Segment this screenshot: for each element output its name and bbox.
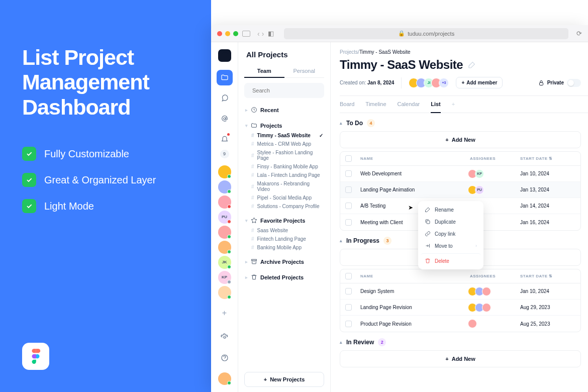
favorite-item[interactable]: #Fintech Landing Page xyxy=(244,235,324,243)
nav-arrows[interactable]: ‹› xyxy=(257,30,264,38)
checkbox[interactable] xyxy=(345,288,352,295)
browser-chrome: ‹› ◧ 🔒 tuduu.com/projects ⟳ xyxy=(211,25,588,42)
section-archive[interactable]: ▸Archive Projects xyxy=(244,256,324,267)
nav-chat-icon[interactable] xyxy=(217,90,233,106)
nav-help-icon[interactable] xyxy=(217,350,233,365)
rail-add-member[interactable]: + xyxy=(218,307,231,320)
cursor-icon: ➤ xyxy=(408,204,413,211)
favorite-item[interactable]: #Banking Mobile App xyxy=(244,243,324,252)
task-row[interactable]: Landing Page AnimationPUJan 13, 2024 xyxy=(340,182,580,198)
rail-avatar[interactable] xyxy=(218,286,231,299)
sidebar-toggle-icon[interactable] xyxy=(242,31,250,37)
ctx-copylink[interactable]: Copy link xyxy=(421,228,481,240)
favorite-item[interactable]: #Saas Website xyxy=(244,226,324,235)
task-assignees[interactable] xyxy=(470,287,520,296)
task-assignees[interactable] xyxy=(470,319,520,328)
breadcrumb[interactable]: Projects/Timmy - SaaS Website xyxy=(340,49,588,55)
project-item[interactable]: #Solutions - Company Profile xyxy=(244,202,324,211)
meta-row: Created on: Jan 8, 2024 JI +3 +Add membe… xyxy=(340,77,588,96)
section-recent[interactable]: ▸Recent xyxy=(244,104,324,116)
add-new-button[interactable]: +Add New xyxy=(340,350,581,367)
folder-icon xyxy=(251,122,257,129)
page-title: Timmy - SaaS Website xyxy=(340,58,463,72)
checkbox[interactable] xyxy=(345,170,352,177)
privacy-toggle[interactable]: Private xyxy=(538,79,581,87)
view-add[interactable]: + xyxy=(452,101,455,113)
icon-rail: 9 PUJKKP + xyxy=(211,42,238,392)
view-board[interactable]: Board xyxy=(340,101,354,113)
add-member-button[interactable]: +Add member xyxy=(456,77,503,88)
checkbox[interactable] xyxy=(345,219,352,226)
project-item[interactable]: #Pipel - Social Media App xyxy=(244,193,324,202)
svg-rect-8 xyxy=(539,82,543,85)
nav-notifications-icon[interactable] xyxy=(217,131,233,147)
checkbox[interactable] xyxy=(345,186,352,193)
section-header[interactable]: ▴To Do4 xyxy=(340,119,588,127)
rail-avatar[interactable] xyxy=(218,180,231,193)
tab-personal[interactable]: Personal xyxy=(284,65,325,77)
tab-team[interactable]: Team xyxy=(244,65,284,78)
task-row[interactable]: Web DevelopmentKPJan 10, 2024 xyxy=(340,166,580,182)
rail-avatar[interactable]: KP xyxy=(218,271,231,284)
project-item[interactable]: #Finsy - Banking Mobile App xyxy=(244,162,324,171)
rail-avatar[interactable] xyxy=(218,195,231,209)
rail-avatar[interactable]: PU xyxy=(218,211,231,224)
search-input[interactable] xyxy=(244,83,324,98)
ctx-rename[interactable]: Rename xyxy=(421,204,481,216)
current-user-avatar[interactable] xyxy=(218,372,231,385)
section-deleted[interactable]: ▸Deleted Projects xyxy=(244,271,324,283)
rail-avatar[interactable] xyxy=(218,241,231,254)
task-date: Jan 14, 2024 xyxy=(520,203,575,209)
checkbox[interactable] xyxy=(345,304,352,311)
edit-icon[interactable] xyxy=(468,61,476,69)
task-name: Product Page Revision xyxy=(360,321,470,327)
ctx-duplicate[interactable]: Duplicate xyxy=(421,216,481,228)
task-assignees[interactable]: PU xyxy=(470,185,520,194)
view-list[interactable]: List xyxy=(431,101,441,113)
url-bar[interactable]: 🔒 tuduu.com/projects xyxy=(284,28,568,39)
table-header: NAMEASSIGNEESSTART DATE⇅ xyxy=(340,152,580,166)
section-header[interactable]: ▴In Review2 xyxy=(340,338,588,346)
task-assignees[interactable]: KP xyxy=(470,169,520,178)
project-item[interactable]: #Timmy - SaaS Website✓ xyxy=(244,131,324,140)
new-project-button[interactable]: +New Projects xyxy=(244,372,324,387)
sort-icon[interactable]: ⇅ xyxy=(549,274,553,278)
view-timeline[interactable]: Timeline xyxy=(365,101,386,113)
traffic-lights[interactable] xyxy=(217,31,238,36)
sort-icon[interactable]: ⇅ xyxy=(549,156,553,161)
task-row[interactable]: Design SystemJan 10, 2024 xyxy=(340,283,580,300)
task-row[interactable]: Landing Page RevisionAug 29, 2023 xyxy=(340,300,580,316)
rail-avatar[interactable] xyxy=(218,165,231,178)
reload-icon[interactable]: ⟳ xyxy=(576,30,582,37)
project-item[interactable]: #Lala - Fintech Landing Page xyxy=(244,171,324,179)
svg-rect-1 xyxy=(222,53,227,58)
ctx-moveto[interactable]: Move to› xyxy=(421,240,481,252)
checkbox[interactable] xyxy=(345,203,352,209)
checkbox-all[interactable] xyxy=(345,273,352,279)
add-new-button[interactable]: +Add New xyxy=(340,131,581,148)
app-logo[interactable] xyxy=(218,49,231,62)
view-calendar[interactable]: Calendar xyxy=(398,101,420,113)
switch[interactable] xyxy=(567,79,581,87)
check-icon xyxy=(22,173,36,187)
ctx-delete[interactable]: Delete xyxy=(421,253,481,267)
checkbox[interactable] xyxy=(345,321,352,327)
nav-mentions-icon[interactable] xyxy=(217,111,233,126)
section-favorites[interactable]: ▾Favorite Projects xyxy=(244,215,324,226)
nav-settings-icon[interactable] xyxy=(217,330,233,345)
rail-avatar[interactable]: JK xyxy=(218,256,231,269)
section-projects[interactable]: ▾Projects xyxy=(244,120,324,131)
nav-projects-icon[interactable] xyxy=(217,70,233,85)
project-item[interactable]: #Metrica - CRM Web App xyxy=(244,140,324,148)
task-date: Jan 13, 2024 xyxy=(520,187,575,192)
project-item[interactable]: #Stylee - Fashion Landing Page xyxy=(244,148,324,162)
rail-avatar[interactable] xyxy=(218,226,231,239)
member-avatars[interactable]: JI +3 xyxy=(409,78,449,88)
task-row[interactable]: Product Page RevisionAug 25, 2023 xyxy=(340,316,580,332)
checkbox-all[interactable] xyxy=(345,155,352,162)
project-item[interactable]: #Makarons - Rebranding Video xyxy=(244,179,324,193)
task-section: ▴In Review2+Add New xyxy=(340,338,588,367)
search-field[interactable] xyxy=(252,87,322,93)
task-assignees[interactable] xyxy=(470,303,520,312)
trash-icon xyxy=(425,258,431,264)
